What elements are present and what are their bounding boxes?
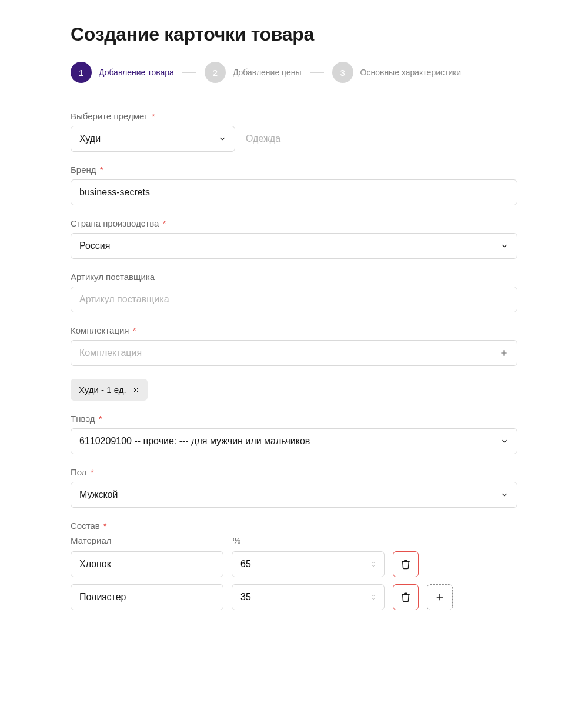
trash-icon <box>400 559 411 570</box>
spinner-icons[interactable] <box>371 561 376 568</box>
plus-icon <box>435 592 445 602</box>
country-label: Страна производства * <box>71 218 517 228</box>
bundle-tag-text: Худи - 1 ед. <box>79 385 126 395</box>
bundle-input[interactable] <box>71 340 517 366</box>
composition-percent-header: % <box>233 535 240 545</box>
tnved-label: Тнвэд * <box>71 414 517 424</box>
percent-input[interactable] <box>232 584 385 610</box>
required-asterisk: * <box>96 414 102 424</box>
chevron-down-icon <box>500 437 509 445</box>
composition-label: Состав * <box>71 521 517 531</box>
bundle-field[interactable] <box>79 348 499 358</box>
delete-row-button[interactable] <box>393 551 419 577</box>
chevron-down-icon <box>218 135 226 143</box>
percent-field[interactable] <box>240 559 371 570</box>
step-3-label: Основные характеристики <box>360 68 462 77</box>
subject-value: Худи <box>79 134 101 144</box>
composition-material-header: Материал <box>71 535 223 545</box>
gender-select[interactable]: Мужской <box>71 482 517 508</box>
page-title: Создание карточки товара <box>71 24 517 45</box>
step-2-label: Добавление цены <box>233 68 302 77</box>
step-2-circle: 2 <box>205 62 226 83</box>
step-2[interactable]: 2 Добавление цены <box>205 62 302 83</box>
step-3-circle: 3 <box>332 62 353 83</box>
required-asterisk: * <box>130 325 136 335</box>
bundle-tag: Худи - 1 ед. <box>71 379 148 401</box>
percent-input[interactable] <box>232 551 385 577</box>
supplier-article-label: Артикул поставщика <box>71 272 517 282</box>
add-row-button[interactable] <box>427 584 453 610</box>
country-select[interactable]: Россия <box>71 233 517 259</box>
gender-value: Мужской <box>79 489 118 500</box>
trash-icon <box>400 592 411 602</box>
material-input[interactable]: Хлопок <box>71 551 223 577</box>
chevron-down-icon[interactable] <box>371 597 376 601</box>
subject-select[interactable]: Худи <box>71 126 235 152</box>
step-3[interactable]: 3 Основные характеристики <box>332 62 462 83</box>
required-asterisk: * <box>98 165 103 175</box>
gender-label: Пол * <box>71 467 517 477</box>
tnved-value: 6110209100 -- прочие: --- для мужчин или… <box>79 436 310 447</box>
step-1-circle: 1 <box>71 62 92 83</box>
percent-field[interactable] <box>240 592 371 602</box>
material-value: Хлопок <box>79 559 111 569</box>
brand-input[interactable] <box>71 179 517 205</box>
chevron-down-icon <box>500 242 509 250</box>
chevron-down-icon <box>500 491 509 499</box>
material-input[interactable]: Полиэстер <box>71 584 223 610</box>
bundle-label: Комплектация * <box>71 325 517 335</box>
step-divider <box>182 72 196 73</box>
required-asterisk: * <box>101 521 107 531</box>
supplier-article-field[interactable] <box>79 294 509 305</box>
required-asterisk: * <box>88 467 94 477</box>
tnved-select[interactable]: 6110209100 -- прочие: --- для мужчин или… <box>71 428 517 454</box>
required-asterisk: * <box>160 218 166 228</box>
supplier-article-input[interactable] <box>71 287 517 312</box>
step-1[interactable]: 1 Добавление товара <box>71 62 174 83</box>
plus-icon[interactable] <box>499 348 509 358</box>
brand-field[interactable] <box>79 187 509 198</box>
material-value: Полиэстер <box>79 592 126 602</box>
subject-hint: Одежда <box>246 134 280 144</box>
composition-row: Хлопок <box>71 551 517 577</box>
subject-label: Выберите предмет * <box>71 111 517 121</box>
spinner-icons[interactable] <box>371 594 376 601</box>
chevron-down-icon[interactable] <box>371 564 376 568</box>
country-value: Россия <box>79 241 110 251</box>
composition-row: Полиэстер <box>71 584 517 610</box>
step-divider <box>310 72 324 73</box>
step-1-label: Добавление товара <box>99 68 174 77</box>
stepper: 1 Добавление товара 2 Добавление цены 3 … <box>71 62 517 83</box>
close-icon[interactable] <box>132 387 139 394</box>
brand-label: Бренд * <box>71 165 517 175</box>
delete-row-button[interactable] <box>393 584 419 610</box>
required-asterisk: * <box>149 111 155 121</box>
